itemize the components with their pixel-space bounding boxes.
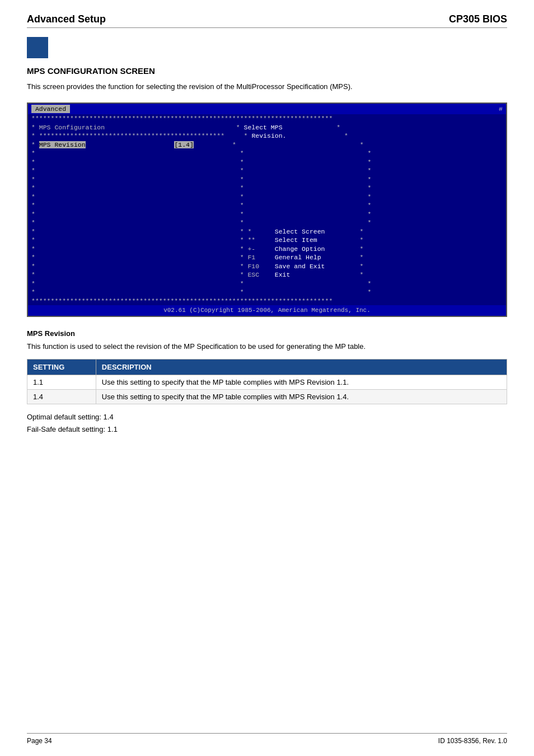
cell-setting: 1.4: [27, 389, 96, 404]
bios-title-hash: #: [499, 105, 503, 114]
cell-description: Use this setting to specify that the MP …: [96, 375, 507, 389]
bios-row-1: * MPS Configuration * Select MPS *: [28, 123, 506, 132]
table-header-row: SETTING DESCRIPTION: [27, 359, 507, 375]
blue-rect-icon: [27, 37, 48, 58]
table-row: 1.1Use this setting to specify that the …: [27, 375, 507, 389]
bios-row-2: * **************************************…: [28, 132, 506, 141]
bios-row-7: * * *: [28, 175, 506, 184]
col-description: DESCRIPTION: [96, 359, 507, 375]
bios-row-empty1: * * *: [28, 279, 506, 288]
cell-setting: 1.1: [27, 375, 96, 389]
bios-row-general-help: * * F1 General Help *: [28, 253, 506, 262]
subsection-description: This function is used to select the revi…: [27, 341, 507, 352]
table-header: SETTING DESCRIPTION: [27, 359, 507, 375]
footer-page-number: Page 34: [27, 737, 52, 745]
cell-description: Use this setting to specify that the MP …: [96, 389, 507, 404]
bios-row-6: * * *: [28, 166, 506, 175]
footer-notes: Optimal default setting: 1.4 Fail-Safe d…: [27, 411, 507, 436]
bios-row-8: * * *: [28, 184, 506, 193]
bios-title-text: Advanced: [31, 105, 70, 114]
bios-row-3: * MPS Revision [1.4] * *: [28, 141, 506, 150]
subsection-title: MPS Revision: [27, 329, 507, 338]
page-header: Advanced Setup CP305 BIOS: [27, 13, 507, 25]
bios-screen: Advanced # *****************************…: [27, 102, 507, 318]
bios-row-5: * * *: [28, 158, 506, 167]
bios-footer: v02.61 (C)Copyright 1985-2006, American …: [28, 305, 506, 316]
bios-row-11: * * *: [28, 210, 506, 219]
header-right-title: CP305 BIOS: [449, 13, 507, 25]
section-description: This screen provides the function for se…: [27, 81, 507, 92]
bios-row-select-screen: * * * Select Screen *: [28, 227, 506, 236]
bios-row-select-item: * * ** Select Item *: [28, 236, 506, 245]
note-failsafe: Fail-Safe default setting: 1.1: [27, 423, 507, 436]
header-divider: [27, 27, 507, 28]
settings-table: SETTING DESCRIPTION 1.1Use this setting …: [27, 359, 507, 404]
bios-stars-bottom: ****************************************…: [28, 297, 506, 306]
bios-row-4: * * *: [28, 149, 506, 158]
bios-row-change-option: * * +- Change Option *: [28, 245, 506, 254]
page-footer: Page 34 ID 1035-8356, Rev. 1.0: [27, 733, 507, 745]
bios-row-save-exit: * * F10 Save and Exit *: [28, 262, 506, 271]
bios-row-12: * * *: [28, 218, 506, 227]
table-row: 1.4Use this setting to specify that the …: [27, 389, 507, 404]
bios-title-bar: Advanced #: [28, 104, 506, 115]
table-body: 1.1Use this setting to specify that the …: [27, 375, 507, 404]
page-container: Advanced Setup CP305 BIOS MPS CONFIGURAT…: [0, 0, 534, 756]
bios-stars-top: ****************************************…: [28, 114, 506, 123]
bios-row-9: * * *: [28, 193, 506, 202]
col-setting: SETTING: [27, 359, 96, 375]
footer-doc-id: ID 1035-8356, Rev. 1.0: [438, 737, 507, 745]
bios-row-empty2: * * *: [28, 288, 506, 297]
section-title: MPS CONFIGURATION SCREEN: [27, 66, 507, 76]
bios-row-esc-exit: * * ESC Exit *: [28, 270, 506, 279]
note-optimal: Optimal default setting: 1.4: [27, 411, 507, 423]
header-left-title: Advanced Setup: [27, 13, 106, 25]
bios-row-10: * * *: [28, 201, 506, 210]
